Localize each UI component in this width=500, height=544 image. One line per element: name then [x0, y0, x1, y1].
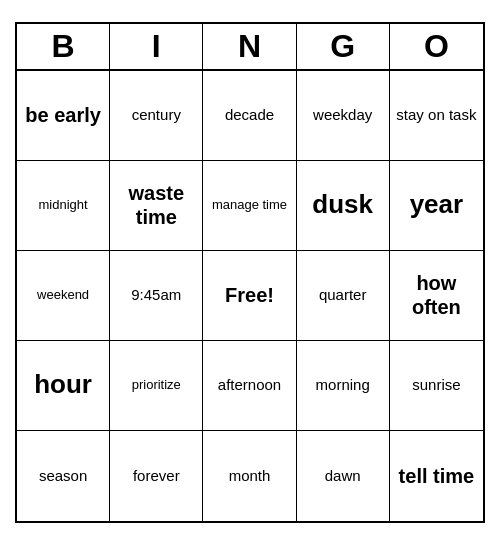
header-letter: N: [203, 24, 296, 69]
cell-text: century: [132, 106, 181, 124]
cell-text: how often: [394, 271, 479, 319]
header-letter: G: [297, 24, 390, 69]
cell-text: morning: [316, 376, 370, 394]
bingo-cell: how often: [390, 251, 483, 341]
bingo-cell: Free!: [203, 251, 296, 341]
bingo-cell: manage time: [203, 161, 296, 251]
bingo-cell: century: [110, 71, 203, 161]
header-letter: B: [17, 24, 110, 69]
cell-text: dusk: [312, 189, 373, 220]
cell-text: sunrise: [412, 376, 460, 394]
cell-text: hour: [34, 369, 92, 400]
bingo-header: BINGO: [17, 24, 483, 71]
cell-text: tell time: [399, 464, 475, 488]
header-letter: I: [110, 24, 203, 69]
bingo-cell: stay on task: [390, 71, 483, 161]
cell-text: Free!: [225, 283, 274, 307]
cell-text: be early: [25, 103, 101, 127]
bingo-cell: quarter: [297, 251, 390, 341]
bingo-cell: waste time: [110, 161, 203, 251]
bingo-cell: weekend: [17, 251, 110, 341]
cell-text: midnight: [39, 197, 88, 213]
bingo-cell: be early: [17, 71, 110, 161]
cell-text: prioritize: [132, 377, 181, 393]
bingo-cell: afternoon: [203, 341, 296, 431]
bingo-cell: month: [203, 431, 296, 521]
bingo-cell: forever: [110, 431, 203, 521]
header-letter: O: [390, 24, 483, 69]
cell-text: dawn: [325, 467, 361, 485]
bingo-cell: midnight: [17, 161, 110, 251]
cell-text: manage time: [212, 197, 287, 213]
cell-text: year: [410, 189, 464, 220]
bingo-cell: dawn: [297, 431, 390, 521]
bingo-cell: dusk: [297, 161, 390, 251]
bingo-cell: year: [390, 161, 483, 251]
cell-text: weekend: [37, 287, 89, 303]
bingo-cell: season: [17, 431, 110, 521]
bingo-cell: sunrise: [390, 341, 483, 431]
cell-text: quarter: [319, 286, 367, 304]
bingo-cell: morning: [297, 341, 390, 431]
bingo-grid: be earlycenturydecadeweekdaystay on task…: [17, 71, 483, 521]
cell-text: decade: [225, 106, 274, 124]
bingo-cell: prioritize: [110, 341, 203, 431]
bingo-cell: decade: [203, 71, 296, 161]
cell-text: forever: [133, 467, 180, 485]
bingo-cell: hour: [17, 341, 110, 431]
bingo-cell: tell time: [390, 431, 483, 521]
cell-text: weekday: [313, 106, 372, 124]
bingo-cell: weekday: [297, 71, 390, 161]
cell-text: season: [39, 467, 87, 485]
bingo-card: BINGO be earlycenturydecadeweekdaystay o…: [15, 22, 485, 523]
cell-text: stay on task: [396, 106, 476, 124]
cell-text: afternoon: [218, 376, 281, 394]
cell-text: 9:45am: [131, 286, 181, 304]
cell-text: waste time: [114, 181, 198, 229]
bingo-cell: 9:45am: [110, 251, 203, 341]
cell-text: month: [229, 467, 271, 485]
